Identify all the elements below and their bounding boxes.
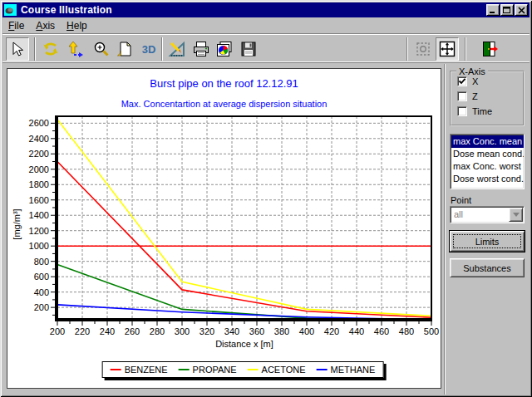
svg-text:300: 300 [175,326,190,336]
client-area: 2002202402602803003203403603804004204404… [2,64,530,395]
maximize-icon [503,7,511,14]
checkbox-row-z[interactable]: Z [457,91,523,102]
svg-text:800: 800 [34,257,49,267]
check-icon [458,77,466,86]
svg-text:1400: 1400 [29,210,49,220]
window-title: Course Illustration [21,4,112,16]
checkbox-label: Z [472,91,478,101]
result-type-listbox[interactable]: max Conc. meanDose mean cond.max Conc. w… [450,134,525,189]
svg-text:380: 380 [274,326,289,336]
rotate-icon [42,40,60,58]
substances-button[interactable]: Substances [450,258,525,277]
point-label: Point [451,195,471,205]
svg-text:600: 600 [34,272,49,282]
limits-button[interactable]: Limits [450,231,525,252]
page-setup-button[interactable] [113,37,136,61]
checkbox-row-x[interactable]: X [457,76,523,87]
zoom-in-icon [92,40,111,58]
svg-text:1200: 1200 [29,226,49,236]
menu-axis[interactable]: Axis [30,18,61,33]
chart-title: Burst pipe on the roof 12.12.91 [7,77,441,90]
svg-text:200: 200 [34,302,49,312]
axes-move-button[interactable] [64,37,87,61]
menu-help[interactable]: Help [61,18,93,33]
svg-text:360: 360 [249,326,264,336]
checkbox[interactable] [457,106,467,116]
legend-label: PROPANE [193,365,237,375]
chart-image-button[interactable] [213,37,236,61]
selection-compass-icon [414,40,432,58]
chart-subtitle: Max. Concentartion at average dispersion… [7,99,441,109]
svg-text:200: 200 [50,326,65,336]
svg-text:[mg/m³]: [mg/m³] [12,208,22,239]
point-combobox[interactable]: all [450,206,525,223]
maximize-button[interactable] [500,4,514,16]
minimize-icon [489,7,497,14]
minimize-button[interactable] [486,4,500,16]
fit-extents-icon [438,40,456,58]
selection-compass-button[interactable] [411,37,435,61]
checkbox-row-time[interactable]: Time [457,105,523,117]
chart-plot: 2002202402602803003203403603804004204404… [7,69,441,388]
legend-swatch [179,369,190,370]
app-window: Course Illustration File Axis Help [0,0,532,397]
svg-text:2200: 2200 [29,149,49,159]
chart-panel: 2002202402602803003203403603804004204404… [7,68,441,389]
menu-help-accel: H [66,20,74,32]
legend-swatch [248,369,259,370]
checkbox[interactable] [457,91,467,101]
limits-button-label: Limits [475,237,500,247]
list-item[interactable]: Dose mean cond. [451,148,524,160]
axes-move-icon [66,40,85,58]
close-button[interactable] [515,4,528,16]
legend-label: METHANE [331,365,376,375]
menu-file[interactable]: File [2,18,30,33]
menu-file-rest: ile [14,20,24,32]
legend-item: ACETONE [248,365,306,375]
svg-text:1800: 1800 [29,179,49,189]
svg-text:460: 460 [374,326,389,336]
combobox-dropdown-button[interactable] [509,208,523,222]
rotate-button[interactable] [39,37,62,61]
legend-item: BENZENE [111,365,168,375]
legend-item: PROPANE [179,365,237,375]
design-tool-button[interactable] [165,37,189,61]
list-item[interactable]: max Conc. worst cond. [451,160,524,173]
svg-text:260: 260 [125,326,140,336]
close-icon [518,7,525,14]
print-icon [192,40,210,58]
title-bar[interactable]: Course Illustration [2,2,530,17]
svg-text:2000: 2000 [29,164,49,174]
substances-button-label: Substances [463,263,510,273]
menu-help-rest: elp [74,20,87,32]
design-tool-icon [168,40,186,58]
checkbox[interactable] [457,76,467,86]
xaxis-groupbox: X-Axis XZTime [450,71,525,126]
legend-label: BENZENE [125,365,168,375]
checkbox-label: X [472,76,478,86]
list-item[interactable]: max Conc. mean [451,135,524,148]
fit-extents-button[interactable] [436,37,459,61]
exit-button[interactable] [478,37,501,61]
panel-divider [444,64,446,395]
page-setup-icon [116,40,134,58]
3d-view-button[interactable]: 3D [137,37,160,61]
limits-button-focus: Limits [453,234,521,248]
save-button[interactable] [237,37,260,61]
zoom-button[interactable] [90,37,113,61]
print-button[interactable] [190,37,213,61]
toolbar-separator [465,37,466,61]
list-item[interactable]: Dose worst cond. [451,173,524,185]
exit-door-icon [480,40,499,58]
pointer-arrow-icon [8,40,27,58]
point-combobox-value: all [454,209,463,219]
svg-text:400: 400 [299,326,314,336]
menu-bar: File Axis Help [2,17,530,33]
svg-text:500: 500 [424,326,439,336]
svg-text:440: 440 [349,326,364,336]
legend-swatch [111,369,121,370]
chart-legend: BENZENEPROPANEACETONEMETHANE [102,361,384,378]
svg-text:1000: 1000 [29,241,49,251]
pointer-tool-button[interactable] [6,37,29,61]
svg-text:340: 340 [224,326,239,336]
